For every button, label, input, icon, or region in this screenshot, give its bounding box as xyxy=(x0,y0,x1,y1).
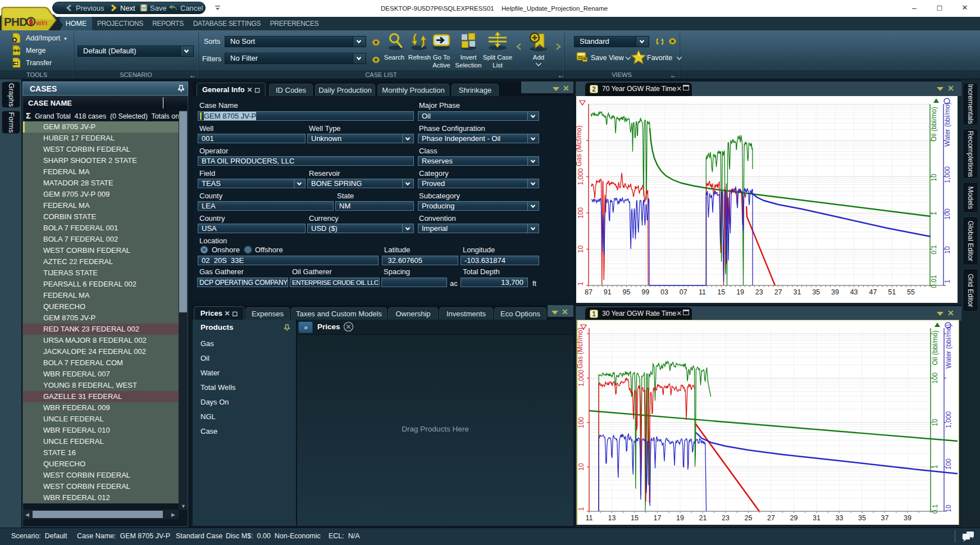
svg-text:47: 47 xyxy=(869,288,877,296)
svg-text:31: 31 xyxy=(813,514,821,522)
svg-text:21: 21 xyxy=(699,514,707,522)
svg-text:0.01: 0.01 xyxy=(930,275,938,288)
svg-text:10: 10 xyxy=(577,463,585,471)
svg-text:100: 100 xyxy=(945,458,952,470)
svg-text:0.1: 0.1 xyxy=(931,504,939,514)
svg-text:100: 100 xyxy=(577,417,585,428)
svg-text:03: 03 xyxy=(660,288,668,296)
svg-text:19: 19 xyxy=(736,288,744,296)
svg-text:1: 1 xyxy=(577,281,585,285)
svg-text:15: 15 xyxy=(717,288,725,296)
svg-text:27: 27 xyxy=(774,288,782,296)
svg-text:10: 10 xyxy=(577,246,585,253)
svg-text:10: 10 xyxy=(931,419,939,426)
svg-text:1,000: 1,000 xyxy=(945,411,952,428)
svg-text:99: 99 xyxy=(641,288,649,296)
svg-text:10: 10 xyxy=(945,505,952,512)
svg-text:11: 11 xyxy=(699,288,706,296)
svg-text:11: 11 xyxy=(586,514,593,522)
svg-text:1,000: 1,000 xyxy=(577,370,585,387)
svg-text:31: 31 xyxy=(793,288,801,296)
svg-text:100: 100 xyxy=(943,208,951,220)
svg-text:25: 25 xyxy=(745,514,753,522)
svg-text:Oil (bbl/mo): Oil (bbl/mo) xyxy=(930,107,938,142)
svg-text:1: 1 xyxy=(943,279,951,283)
svg-text:Water (bbl/mo): Water (bbl/mo) xyxy=(943,102,951,147)
svg-text:100: 100 xyxy=(931,373,939,384)
svg-text:1,000: 1,000 xyxy=(577,168,585,185)
svg-text:33: 33 xyxy=(836,514,844,522)
svg-text:0.1: 0.1 xyxy=(930,245,938,255)
svg-text:1: 1 xyxy=(577,507,585,511)
svg-text:13: 13 xyxy=(608,514,616,522)
svg-text:39: 39 xyxy=(904,514,911,522)
svg-text:27: 27 xyxy=(767,514,775,522)
svg-text:10: 10 xyxy=(930,174,938,181)
svg-text:PHD: PHD xyxy=(4,15,27,28)
svg-text:10: 10 xyxy=(943,246,951,254)
svg-text:Gas (Mcf/mo): Gas (Mcf/mo) xyxy=(577,328,584,369)
svg-text:55: 55 xyxy=(907,288,915,296)
svg-text:87: 87 xyxy=(585,288,592,296)
svg-text:43: 43 xyxy=(850,288,858,296)
svg-text:19: 19 xyxy=(676,514,684,522)
svg-text:15: 15 xyxy=(631,514,639,522)
svg-text:07: 07 xyxy=(680,288,687,296)
svg-text:1,000: 1,000 xyxy=(943,166,951,183)
svg-text:1: 1 xyxy=(930,211,938,215)
svg-text:95: 95 xyxy=(623,288,631,296)
svg-text:39: 39 xyxy=(831,288,839,296)
svg-text:51: 51 xyxy=(888,288,896,296)
svg-text:Gas (Mcf/mo): Gas (Mcf/mo) xyxy=(576,125,583,166)
svg-text:Oil (bbl/mo): Oil (bbl/mo) xyxy=(931,330,939,365)
svg-text:1: 1 xyxy=(931,465,939,469)
svg-text:23: 23 xyxy=(755,288,763,296)
svg-text:35: 35 xyxy=(858,514,866,522)
svg-text:100: 100 xyxy=(577,207,585,219)
svg-text:37: 37 xyxy=(881,514,889,522)
svg-text:29: 29 xyxy=(790,514,798,522)
svg-text:Water (bbl/mo): Water (bbl/mo) xyxy=(945,324,952,369)
svg-text:23: 23 xyxy=(722,514,730,522)
svg-text:91: 91 xyxy=(604,288,612,296)
svg-text:35: 35 xyxy=(812,288,820,296)
svg-text:win: win xyxy=(35,19,47,27)
svg-text:17: 17 xyxy=(654,514,662,522)
